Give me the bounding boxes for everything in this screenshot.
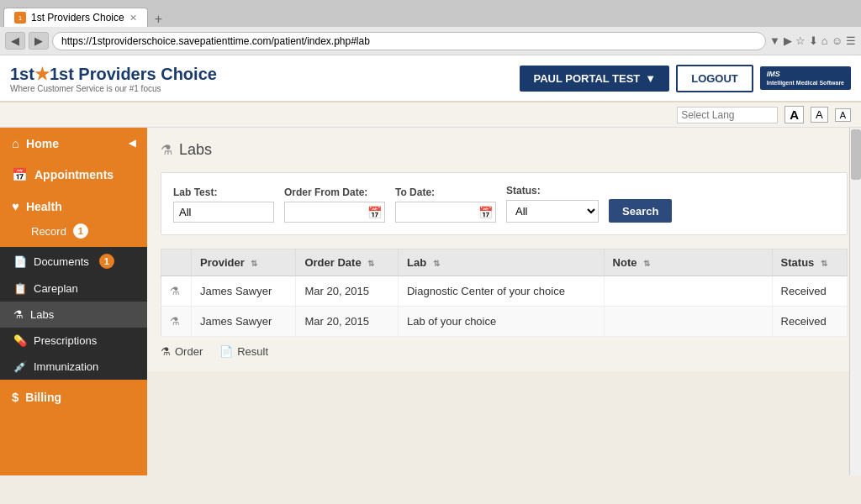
status-label: Status: [506, 185, 599, 197]
content: ⚗ Labs Lab Test: Order From Date: 📅 [147, 128, 861, 371]
tab-title: 1st Providers Choice [31, 12, 124, 24]
content-wrapper: ⚗ Labs Lab Test: Order From Date: 📅 [147, 128, 861, 475]
menu-icon[interactable]: ☰ [846, 34, 856, 47]
ims-logo: IMS Intelligent Medical Software [760, 66, 851, 90]
search-btn[interactable]: Search [609, 199, 672, 223]
documents-label: Documents [34, 255, 89, 268]
portal-test-btn[interactable]: PAUL PORTAL TEST ▼ [520, 66, 669, 92]
url-bar[interactable] [52, 32, 766, 50]
result-link-icon: 📄 [219, 345, 233, 358]
active-tab[interactable]: 1 1st Providers Choice ✕ [3, 8, 148, 27]
note-sort-icon[interactable]: ⇅ [643, 259, 650, 268]
result-link[interactable]: 📄 Result [219, 345, 268, 358]
go-icon[interactable]: ▶ [784, 34, 792, 47]
table-footer: ⚗ Order 📄 Result [161, 337, 848, 358]
careplan-label: Careplan [34, 282, 78, 295]
logo-name: 1st★1st Providers Choice [10, 64, 520, 84]
health-record-icon: ♥ [12, 199, 19, 213]
dropdown-icon[interactable]: ▼ [769, 34, 780, 47]
row-flask-icon: ⚗ [170, 315, 180, 328]
forward-btn[interactable]: ▶ [29, 32, 49, 50]
filter-form: Lab Test: Order From Date: 📅 To Date: 📅 [161, 172, 848, 235]
sidebar-item-documents[interactable]: 📄 Documents 1 [0, 247, 147, 276]
documents-icon: 📄 [13, 255, 27, 268]
language-select[interactable] [677, 107, 778, 123]
to-date-calendar-icon[interactable]: 📅 [478, 206, 493, 219]
col-lab: Lab ⇅ [398, 249, 604, 276]
new-tab-btn[interactable]: + [151, 12, 166, 27]
labs-title-icon: ⚗ [161, 142, 172, 158]
font-decrease-btn[interactable]: A [835, 108, 851, 122]
table-row: ⚗ James Sawyer Mar 20, 2015 Diagnostic C… [161, 276, 848, 307]
sidebar-item-labs[interactable]: ⚗ Labs [0, 302, 147, 328]
lab-test-label: Lab Test: [173, 186, 274, 198]
sidebar-item-immunization[interactable]: 💉 Immunization [0, 354, 147, 380]
logo-text-1: 1st [10, 65, 34, 83]
back-btn[interactable]: ◀ [5, 32, 25, 50]
nav-bar: ◀ ▶ ▼ ▶ ☆ ⬇ ⌂ ☺ ☰ [0, 27, 861, 55]
sidebar-item-careplan[interactable]: 📋 Careplan [0, 276, 147, 302]
row-note [604, 307, 772, 337]
col-icon [161, 249, 192, 276]
font-normal-btn[interactable]: A [811, 107, 828, 123]
row-lab: Lab of your choice [398, 307, 604, 337]
result-link-label: Result [237, 345, 268, 358]
collapse-icon: ◀ [129, 138, 135, 149]
header-right: PAUL PORTAL TEST ▼ LOGOUT IMS Intelligen… [520, 65, 851, 92]
sidebar-item-appointments[interactable]: 📅 Appointments [0, 159, 147, 191]
health-record-label: Health [26, 200, 62, 213]
scrollbar-thumb[interactable] [851, 129, 861, 180]
labs-table: Provider ⇅ Order Date ⇅ Lab ⇅ Note ⇅ Sta… [161, 249, 848, 337]
health-record-label2: Record [31, 225, 66, 238]
sidebar: ⌂ Home ◀ 📅 Appointments ♥ Health Record … [0, 128, 147, 475]
col-order-date: Order Date ⇅ [296, 249, 399, 276]
order-from-label: Order From Date: [284, 186, 385, 198]
home-label: Home [26, 137, 59, 150]
provider-sort-icon[interactable]: ⇅ [251, 259, 257, 268]
to-date-group: To Date: 📅 [395, 186, 496, 223]
order-date-sort-icon[interactable]: ⇅ [367, 259, 374, 268]
col-status: Status ⇅ [772, 249, 847, 276]
logout-btn[interactable]: LOGOUT [676, 65, 753, 92]
row-status: Received [772, 307, 847, 337]
order-from-calendar-icon[interactable]: 📅 [367, 206, 382, 219]
order-from-group: Order From Date: 📅 [284, 186, 385, 223]
row-status: Received [772, 276, 847, 307]
status-sort-icon[interactable]: ⇅ [821, 259, 827, 268]
to-date-wrapper: 📅 [395, 202, 496, 223]
sidebar-item-home[interactable]: ⌂ Home ◀ [0, 128, 147, 159]
main-layout: ⌂ Home ◀ 📅 Appointments ♥ Health Record … [0, 128, 861, 475]
home-sidebar-icon: ⌂ [12, 136, 19, 150]
order-link-icon: ⚗ [161, 345, 171, 358]
to-date-label: To Date: [395, 186, 496, 198]
lab-sort-icon[interactable]: ⇅ [433, 259, 440, 268]
sidebar-item-health-record[interactable]: ♥ Health [0, 191, 147, 222]
billing-label: Billing [25, 391, 61, 404]
appointments-label: Appointments [34, 168, 114, 181]
page-title: Labs [179, 141, 212, 159]
status-select[interactable]: All [506, 200, 599, 223]
row-lab: Diagnostic Center of your choice [398, 276, 604, 307]
tab-close-btn[interactable]: ✕ [129, 13, 137, 24]
immunization-icon: 💉 [13, 360, 27, 373]
sidebar-item-billing[interactable]: $ Billing [0, 381, 147, 412]
order-link[interactable]: ⚗ Order [161, 345, 203, 358]
appointments-icon: 📅 [12, 167, 28, 182]
row-order-date: Mar 20, 2015 [296, 307, 399, 337]
logo-tagline: Where Customer Service is our #1 focus [10, 84, 520, 93]
row-icon-cell: ⚗ [161, 276, 192, 307]
download-icon[interactable]: ⬇ [809, 34, 818, 47]
health-record-row2[interactable]: Record 1 [0, 222, 147, 247]
portal-btn-label: PAUL PORTAL TEST [533, 72, 640, 85]
bookmark-icon[interactable]: ☆ [795, 34, 806, 47]
order-from-date-wrapper: 📅 [284, 202, 385, 223]
lab-test-input[interactable] [173, 202, 274, 223]
sidebar-item-prescriptions[interactable]: 💊 Prescriptions [0, 328, 147, 354]
portal-dropdown-icon: ▼ [645, 72, 656, 85]
home-icon[interactable]: ⌂ [821, 34, 828, 47]
scrollbar-track [849, 128, 861, 475]
font-increase-btn[interactable]: A [784, 106, 804, 123]
billing-icon: $ [12, 390, 18, 404]
toolbar: A A A [0, 102, 861, 128]
profile-icon[interactable]: ☺ [832, 34, 843, 47]
